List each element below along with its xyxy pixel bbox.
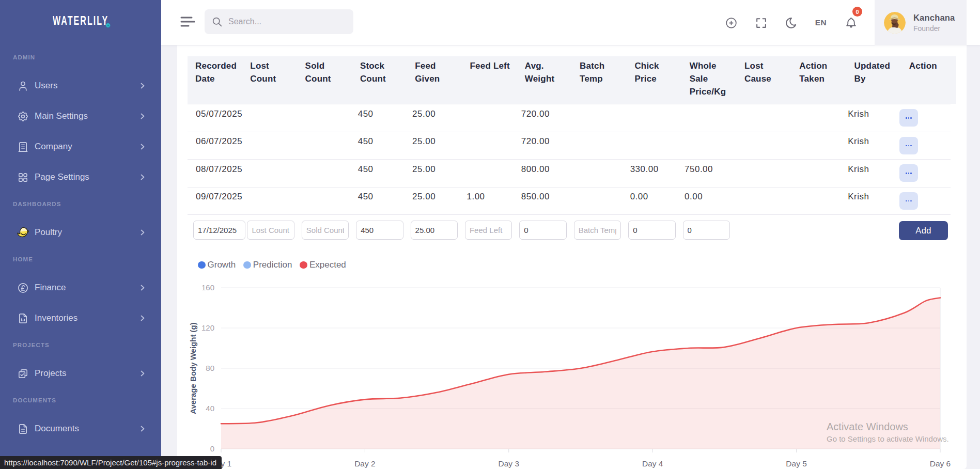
stock-count-input[interactable] xyxy=(356,221,403,240)
language-switcher[interactable]: EN xyxy=(812,14,830,32)
chevron-right-icon xyxy=(138,82,147,90)
recorded-date-input[interactable] xyxy=(193,221,245,240)
sidebar-item-poultry[interactable]: Poultry xyxy=(6,221,155,244)
avg-weight-input[interactable] xyxy=(519,221,566,240)
add-new-button[interactable] xyxy=(722,14,740,32)
feed-left-input[interactable] xyxy=(465,221,512,240)
sidebar-item-inventories[interactable]: Inventories xyxy=(6,306,155,330)
whole-sale-price-input[interactable] xyxy=(683,221,730,240)
fullscreen-button[interactable] xyxy=(752,14,770,32)
column-header-lost-cause: Lost Cause xyxy=(737,56,791,104)
sidebar-item-label: Main Settings xyxy=(35,111,138,121)
sidebar-item-users[interactable]: Users xyxy=(6,74,155,98)
add-button[interactable]: Add xyxy=(899,221,948,240)
batch-temp-input[interactable] xyxy=(574,221,621,240)
lost-count-input[interactable] xyxy=(247,221,294,240)
chick-price-input[interactable] xyxy=(628,221,675,240)
dark-mode-button[interactable] xyxy=(782,14,800,32)
table-cell xyxy=(569,160,623,187)
sidebar: WATERLILY ADMINUsersMain SettingsCompany… xyxy=(0,0,161,469)
table-cell xyxy=(242,104,296,132)
pound-circle-icon xyxy=(17,282,29,294)
table-cell: 25.00 xyxy=(406,160,460,187)
table-cell xyxy=(569,132,623,160)
table-cell: 0.00 xyxy=(678,187,732,215)
table-cell: 720.00 xyxy=(514,132,568,160)
table-cell: 850.00 xyxy=(514,187,568,215)
table-cell-action xyxy=(895,104,951,132)
legend-item-prediction[interactable]: Prediction xyxy=(243,260,292,270)
svg-text:Average Body Weight (g): Average Body Weight (g) xyxy=(189,322,197,414)
ellipsis-icon xyxy=(906,200,907,202)
user-icon xyxy=(17,80,29,92)
table-cell: 450 xyxy=(351,187,405,215)
table-cell: 330.00 xyxy=(623,160,677,187)
chevron-right-icon xyxy=(138,369,147,378)
search-input[interactable] xyxy=(228,17,342,26)
table-cell: 450 xyxy=(351,160,405,187)
sidebar-item-documents[interactable]: Documents xyxy=(6,417,155,441)
menu-toggle-button[interactable] xyxy=(180,15,195,28)
user-menu[interactable]: Kanchana Founder xyxy=(875,0,967,45)
sidebar-menu: ADMINUsersMain SettingsCompanyPage Setti… xyxy=(0,53,161,441)
sidebar-item-label: Finance xyxy=(35,283,138,293)
brand-logo: WATERLILY xyxy=(53,13,108,28)
notification-badge: 0 xyxy=(852,7,862,17)
column-header-action: Action xyxy=(901,56,956,104)
legend-item-growth[interactable]: Growth xyxy=(198,260,236,270)
bell-icon xyxy=(845,17,858,29)
building-icon xyxy=(17,140,29,153)
avatar-image xyxy=(884,12,906,34)
sidebar-item-finance[interactable]: Finance xyxy=(6,276,155,300)
row-actions-button[interactable] xyxy=(899,137,918,154)
chevron-right-icon xyxy=(138,425,147,433)
file-text-icon xyxy=(17,423,29,435)
sidebar-item-projects[interactable]: Projects xyxy=(6,362,155,385)
table-cell xyxy=(786,187,841,215)
apps-icon xyxy=(17,171,29,183)
sidebar-item-label: Company xyxy=(35,142,138,152)
menu-section-label-projects: PROJECTS xyxy=(13,341,150,350)
table-cell: 05/07/2025 xyxy=(188,104,242,132)
area-chart-svg: 04080120160Day 1Day 2Day 3Day 4Day 5Day … xyxy=(188,276,956,469)
menu-section-label-dashboards: DASHBOARDS xyxy=(13,200,150,209)
legend-item-expected[interactable]: Expected xyxy=(300,260,346,270)
chevron-right-icon xyxy=(138,228,147,237)
search-box[interactable] xyxy=(205,9,353,34)
table-cell: Krish xyxy=(841,132,895,160)
table-cell xyxy=(623,132,677,160)
column-header-batch-temp: Batch Temp xyxy=(572,56,627,104)
table-cell xyxy=(786,160,841,187)
feed-given-input[interactable] xyxy=(411,221,458,240)
row-actions-button[interactable] xyxy=(899,164,918,182)
table-cell: 750.00 xyxy=(678,160,732,187)
table-cell: 06/07/2025 xyxy=(188,132,242,160)
table-cell xyxy=(786,104,841,132)
table-cell xyxy=(623,104,677,132)
row-actions-button[interactable] xyxy=(899,192,918,210)
column-header-lost-count: Lost Count xyxy=(242,56,297,104)
table-cell xyxy=(678,104,732,132)
table-cell xyxy=(242,187,296,215)
sidebar-item-main-settings[interactable]: Main Settings xyxy=(6,104,155,128)
table-cell: Krish xyxy=(841,104,895,132)
sold-count-input[interactable] xyxy=(302,221,349,240)
user-name: Kanchana xyxy=(913,12,955,23)
sidebar-item-company[interactable]: Company xyxy=(6,135,155,159)
row-actions-button[interactable] xyxy=(899,109,918,127)
svg-text:Day 2: Day 2 xyxy=(354,459,376,468)
brand[interactable]: WATERLILY xyxy=(0,0,161,45)
table-cell: 450 xyxy=(351,132,405,160)
svg-text:Day 6: Day 6 xyxy=(930,459,951,468)
svg-text:160: 160 xyxy=(201,283,214,292)
table-row: 09/07/202545025.001.00850.000.000.00Kris… xyxy=(188,187,951,215)
table-cell: 08/07/2025 xyxy=(188,160,242,187)
sidebar-item-page-settings[interactable]: Page Settings xyxy=(6,165,155,189)
moon-icon xyxy=(785,17,798,29)
report-icon xyxy=(17,312,29,324)
svg-text:Day 5: Day 5 xyxy=(786,459,807,468)
column-header-stock-count: Stock Count xyxy=(352,56,407,104)
notifications-button[interactable]: 0 xyxy=(842,14,860,32)
table-cell: Krish xyxy=(841,187,895,215)
add-record-row: Add xyxy=(188,215,951,245)
